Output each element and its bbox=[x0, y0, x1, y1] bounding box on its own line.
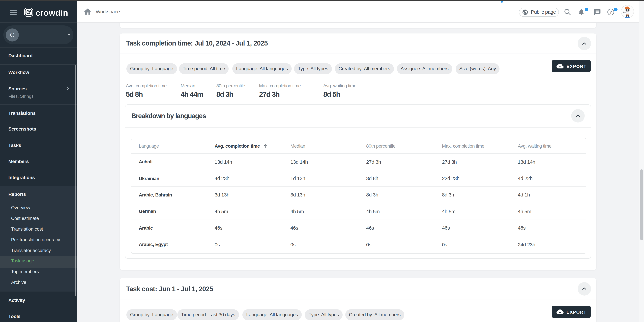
svg-text:?: ? bbox=[609, 10, 612, 14]
